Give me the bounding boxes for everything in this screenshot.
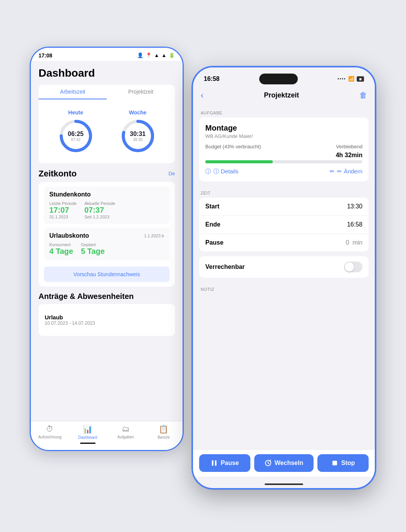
- phone1-dashboard: 17:08 👤 📍 ▲ ▲ 🔋 Dashboard Arbeitszeit Pr…: [30, 47, 184, 451]
- budget-progress-bar: [205, 160, 362, 163]
- phone2-scroll: AUFGABE Montage WB AG/Kunde Maier/ Budge…: [193, 106, 375, 450]
- person-icon: 👤: [137, 52, 143, 58]
- phone2-projektzeit: 16:58 •••• 📶 ■ ‹ Projektzeit 🗑 AUFGABE M…: [191, 66, 376, 490]
- vacation-item: Urlaub 10.07.2023 - 14.07.2023: [45, 310, 169, 330]
- info-icon: ⓘ: [205, 168, 211, 175]
- home-indicator: [265, 483, 303, 485]
- dots-icon: ••••: [337, 77, 346, 81]
- wifi-icon2: 📶: [348, 76, 354, 82]
- donut-heute: Heute 06:25 07:42: [59, 109, 93, 153]
- stunden-letzte-label: Letzte Periode: [49, 201, 77, 206]
- phone1-statusbar: 17:08 👤 📍 ▲ ▲ 🔋: [31, 48, 183, 61]
- phone2-statusbar: 16:58 •••• 📶 ■: [193, 67, 375, 87]
- woche-sub: 38:30: [130, 138, 146, 142]
- phone2-status-icons: •••• 📶 ■: [337, 76, 364, 82]
- aufzeichnung-icon: ⏱: [46, 425, 54, 433]
- dashboard-icon: 📊: [83, 425, 92, 434]
- urlaub-geplant-label: Geplant: [81, 242, 105, 247]
- wifi-icon: ▲: [161, 52, 166, 58]
- pause-icon: [211, 460, 218, 467]
- nav-bericht[interactable]: 📋 Bericht: [145, 425, 183, 444]
- phone2-header: ‹ Projektzeit 🗑: [193, 87, 375, 106]
- aufgaben-icon: 🗂: [122, 425, 129, 433]
- wechseln-button[interactable]: Wechseln: [254, 454, 314, 472]
- zeit-section-label: ZEIT: [199, 186, 369, 198]
- battery-icon2: ■: [357, 76, 364, 82]
- zeitkonto-title: Zeitkonto: [39, 169, 77, 179]
- nav-aufzeichnung[interactable]: ⏱ Aufzeichnung: [31, 425, 69, 444]
- woche-time: 30:31: [130, 130, 146, 137]
- urlaub-konsumiert: Konsumiert 4 Tage: [49, 242, 73, 256]
- stunden-letzte-date: 31.1.2023: [49, 215, 77, 219]
- urlaub-geplant-value: 5 Tage: [81, 247, 105, 256]
- notiz-section-label: NOTIZ: [199, 282, 369, 294]
- nav-dashboard[interactable]: 📊 Dashboard: [69, 425, 107, 444]
- woche-label: Woche: [129, 109, 147, 116]
- donut-woche: Woche 30:31 38:30: [121, 109, 155, 153]
- battery-icon: 🔋: [169, 52, 175, 58]
- stunden-aktuelle-date: Seit 1.2.2023: [84, 215, 115, 219]
- phone1-navbar: ⏱ Aufzeichnung 📊 Dashboard 🗂 Aufgaben 📋 …: [31, 421, 183, 450]
- start-label: Start: [205, 203, 219, 210]
- phone2-action-bar: Pause Wechseln Stop: [193, 449, 375, 477]
- nav-aufgaben-label: Aufgaben: [117, 435, 134, 439]
- page-title: Projektzeit: [264, 91, 299, 99]
- vacation-title: Urlaub: [45, 314, 169, 321]
- details-label: ⓘ Details: [213, 168, 238, 175]
- urlaub-geplant: Geplant 5 Tage: [81, 242, 105, 256]
- phone2-time: 16:58: [204, 76, 220, 82]
- aufgabe-card: Montage WB AG/Kunde Maier/ Budget (43% v…: [199, 117, 369, 181]
- urlaub-date: 1.1.2023 b: [144, 233, 164, 238]
- aendern-label: ✏ Ändern: [337, 168, 362, 175]
- stunden-aktuelle: Aktuelle Periode 07:37 Seit 1.2.2023: [84, 201, 115, 219]
- zeitkonto-link[interactable]: De: [168, 171, 175, 176]
- pause-button[interactable]: Pause: [199, 454, 250, 472]
- delete-button[interactable]: 🗑: [359, 91, 367, 100]
- start-value: 13:30: [347, 203, 362, 210]
- stunden-aktuelle-label: Aktuelle Periode: [84, 201, 115, 206]
- wechseln-icon: [265, 460, 272, 467]
- stop-button[interactable]: Stop: [317, 454, 369, 472]
- location-icon: 📍: [146, 52, 152, 58]
- svg-rect-5: [215, 460, 216, 466]
- back-button[interactable]: ‹: [201, 91, 203, 101]
- verrechenbar-label: Verrechenbar: [205, 263, 245, 270]
- ende-value: 16:58: [347, 221, 362, 228]
- antraege-title: Anträge & Abwesenheiten: [39, 292, 175, 301]
- urlaubskonto-title: Urlaubskonto: [49, 232, 89, 239]
- verrechenbar-toggle[interactable]: [344, 262, 362, 272]
- budget-remaining-label: Verbleibend: [336, 144, 362, 149]
- task-sub: WB AG/Kunde Maier/: [205, 133, 362, 139]
- nav-bericht-label: Bericht: [158, 435, 169, 440]
- zeit-card: Start 13:30 Ende 16:58 Pause 0 min: [199, 198, 369, 252]
- budget-progress-fill: [205, 160, 273, 163]
- heute-sub: 07:42: [68, 138, 84, 142]
- dynamic-island: [259, 74, 298, 84]
- pause-value: 0 min: [346, 239, 362, 246]
- tab-arbeitszeit[interactable]: Arbeitszeit: [39, 85, 107, 99]
- dashboard-title: Dashboard: [39, 67, 175, 79]
- phone1-status-icons: 👤 📍 ▲ ▲ 🔋: [137, 52, 175, 58]
- start-row: Start 13:30: [199, 198, 369, 216]
- signal-icon: ▲: [154, 52, 159, 58]
- nav-dashboard-label: Dashboard: [78, 435, 97, 440]
- budget-label: Budget (43% verbraucht): [205, 144, 261, 149]
- bericht-icon: 📋: [159, 425, 168, 434]
- verrechenbar-row: Verrechenbar: [199, 256, 369, 278]
- stunden-aktuelle-value: 07:37: [84, 206, 115, 215]
- details-button[interactable]: ⓘ ⓘ Details: [205, 168, 238, 175]
- stunden-letzte: Letzte Periode 17:07 31.1.2023: [49, 201, 77, 219]
- stunden-letzte-value: 17:07: [49, 206, 77, 215]
- phone1-time: 17:08: [39, 52, 52, 59]
- urlaub-konsumiert-value: 4 Tage: [49, 247, 73, 256]
- tab-projektzeit[interactable]: Projektzeit: [107, 85, 175, 99]
- pause-row: Pause 0 min: [199, 234, 369, 252]
- nav-aufgaben[interactable]: 🗂 Aufgaben: [107, 425, 145, 444]
- heute-time: 06:25: [68, 130, 84, 137]
- nav-aufzeichnung-label: Aufzeichnung: [38, 435, 62, 439]
- svg-rect-4: [212, 460, 213, 466]
- vacation-date: 10.07.2023 - 14.07.2023: [45, 321, 169, 326]
- preview-button[interactable]: Vorschau Stundennachweis: [44, 267, 169, 282]
- notiz-card[interactable]: [199, 294, 369, 340]
- aendern-button[interactable]: ✏ ✏ Ändern: [330, 168, 362, 175]
